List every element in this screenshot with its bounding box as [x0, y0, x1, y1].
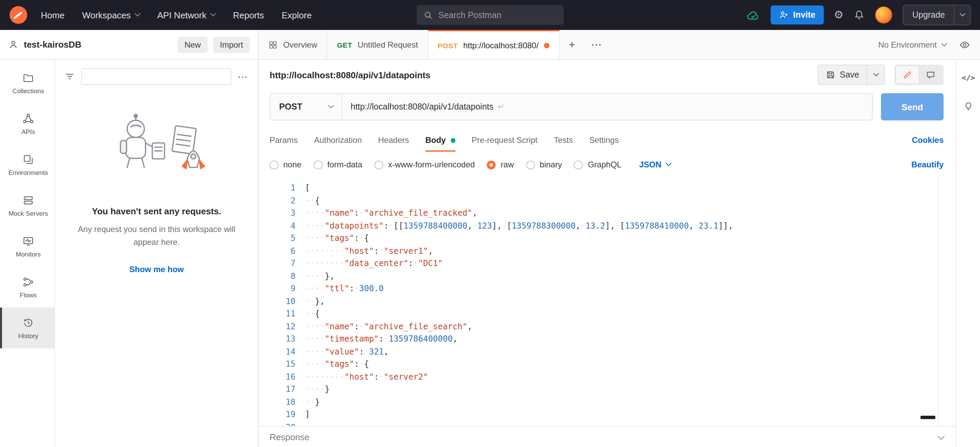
workspace-name[interactable]: test-kairosDB	[24, 40, 81, 50]
sync-status-icon[interactable]	[746, 10, 760, 20]
code-line[interactable]: ····"name":·"archive_file_tracked",	[305, 207, 937, 219]
save-options-button[interactable]	[867, 65, 885, 84]
mode-form-data[interactable]: form-data	[313, 160, 362, 170]
body-editor[interactable]: 1234567891011121314151617181920 [··{····…	[270, 176, 938, 426]
radio-icon	[374, 160, 383, 169]
line-number: 14	[270, 345, 296, 358]
editor-scrollbar-thumb[interactable]	[920, 416, 935, 419]
subtab-pre-request-script[interactable]: Pre-request Script	[472, 127, 538, 153]
code-line[interactable]: ········"host":·"server2"	[305, 371, 937, 383]
overview-grid-icon	[268, 40, 278, 49]
tab-options-button[interactable]: ⋯	[584, 30, 609, 59]
filter-row: ⋯	[65, 68, 248, 85]
rail-item-environments[interactable]: Environments	[0, 144, 54, 185]
cookies-link[interactable]: Cookies	[912, 135, 943, 145]
language-selector[interactable]: JSON	[639, 160, 670, 170]
add-tab-button[interactable]: +	[560, 30, 584, 59]
code-line[interactable]: ··{	[305, 308, 937, 320]
code-line[interactable]: ··}	[305, 396, 937, 408]
comment-button[interactable]	[919, 66, 942, 84]
code-line[interactable]: ········"data_center":·"DC1"	[305, 257, 937, 270]
environment-quick-look-button[interactable]	[956, 36, 974, 54]
rail-item-flows[interactable]: Flows	[0, 267, 54, 308]
code-line[interactable]: ····"tags":·{	[305, 232, 937, 244]
new-button[interactable]: New	[178, 36, 208, 53]
upgrade-button[interactable]: Upgrade	[903, 5, 971, 25]
mode-none[interactable]: none	[270, 160, 301, 170]
subtab-label: Authorization	[314, 135, 362, 145]
rail-item-monitors[interactable]: Monitors	[0, 226, 54, 267]
method-label: POST	[279, 102, 302, 112]
subtab-body[interactable]: Body	[425, 127, 455, 153]
code-line[interactable]: ····},	[305, 270, 937, 282]
history-filter-input[interactable]	[81, 68, 231, 85]
method-selector[interactable]: POST	[270, 94, 342, 120]
code-line[interactable]: ····"timestamp":·1359786400000,	[305, 333, 937, 345]
code-line[interactable]: ····"value":·321,	[305, 345, 937, 358]
nav-reports[interactable]: Reports	[233, 10, 264, 20]
send-button[interactable]: Send	[881, 93, 943, 120]
mode-raw[interactable]: raw	[487, 160, 514, 170]
subtab-authorization[interactable]: Authorization	[314, 127, 362, 153]
subtab-label: Pre-request Script	[472, 135, 538, 145]
pencil-icon	[903, 70, 912, 79]
code-line[interactable]: ]	[305, 408, 937, 421]
code-line[interactable]: [	[305, 182, 937, 194]
tab-label: Overview	[283, 40, 317, 49]
tab-overview[interactable]: Overview	[259, 30, 328, 59]
avatar[interactable]	[875, 6, 892, 24]
subtab-params[interactable]: Params	[270, 127, 298, 153]
response-bar[interactable]: Response	[259, 426, 956, 447]
mode-graphql[interactable]: GraphQL	[574, 160, 622, 170]
monitors-icon	[22, 235, 34, 247]
import-button[interactable]: Import	[213, 36, 250, 53]
postman-logo[interactable]	[10, 6, 27, 24]
empty-state-illustration	[95, 109, 218, 190]
editor-code[interactable]: [··{····"name":·"archive_file_tracked",·…	[296, 182, 937, 426]
response-collapse-button[interactable]	[939, 431, 943, 443]
sidebar-more-options-button[interactable]: ⋯	[238, 71, 248, 82]
radio-icon	[574, 160, 583, 169]
code-line[interactable]: ········"host":·"server1",	[305, 244, 937, 257]
global-search[interactable]: Search Postman	[417, 5, 564, 25]
nav-workspaces[interactable]: Workspaces	[82, 10, 140, 20]
request-title: http://localhost:8080/api/v1/datapoints	[270, 70, 817, 80]
nav-home[interactable]: Home	[41, 10, 64, 20]
invite-button[interactable]: Invite	[771, 5, 823, 24]
show-me-how-link[interactable]: Show me how	[129, 265, 184, 274]
url-input[interactable]: http://localhost:8080/api/v1/datapoints …	[342, 94, 513, 120]
upgrade-caret-button[interactable]	[954, 5, 970, 24]
rail-label: APIs	[21, 128, 35, 135]
rail-item-collections[interactable]: Collections	[0, 63, 54, 103]
save-button[interactable]: Save	[818, 65, 867, 84]
subtab-headers[interactable]: Headers	[378, 127, 409, 153]
subtab-settings[interactable]: Settings	[589, 127, 619, 153]
comment-icon	[926, 70, 935, 79]
tab-http-localhost-8080[interactable]: POSThttp://localhost:8080/	[428, 30, 560, 59]
rail-item-apis[interactable]: APIs	[0, 103, 54, 144]
nav-api-network[interactable]: API Network	[157, 10, 215, 20]
code-line[interactable]: ····"ttl":·300.0	[305, 282, 937, 295]
code-line[interactable]: ····"datapoints":·[[1359788400000,·123],…	[305, 219, 937, 232]
code-line[interactable]: ····"tags":·{	[305, 358, 937, 371]
settings-gear-icon[interactable]: ⚙	[834, 10, 843, 21]
rail-item-mock-servers[interactable]: Mock Servers	[0, 185, 54, 226]
tab-untitled-request[interactable]: GETUntitled Request	[328, 30, 428, 59]
code-line[interactable]: ····"name":·"archive_file_search",	[305, 320, 937, 333]
code-line[interactable]: ··{	[305, 194, 937, 207]
code-line[interactable]: ····}	[305, 383, 937, 396]
rail-item-history[interactable]: History	[0, 308, 54, 348]
notifications-bell-icon[interactable]	[854, 10, 865, 21]
environment-selector[interactable]: No Environment	[878, 40, 946, 49]
edit-button[interactable]	[896, 66, 919, 84]
code-snippet-icon[interactable]: </>	[962, 73, 975, 82]
hint-lightbulb-icon[interactable]	[963, 101, 974, 114]
code-line[interactable]	[305, 421, 937, 426]
beautify-link[interactable]: Beautify	[911, 160, 943, 170]
code-line[interactable]: ··},	[305, 295, 937, 308]
mode-binary[interactable]: binary	[526, 160, 562, 170]
nav-explore[interactable]: Explore	[282, 10, 312, 20]
mode-x-www-form-urlencoded[interactable]: x-www-form-urlencoded	[374, 160, 475, 170]
subtab-tests[interactable]: Tests	[554, 127, 573, 153]
chevron-down-icon	[942, 41, 947, 46]
